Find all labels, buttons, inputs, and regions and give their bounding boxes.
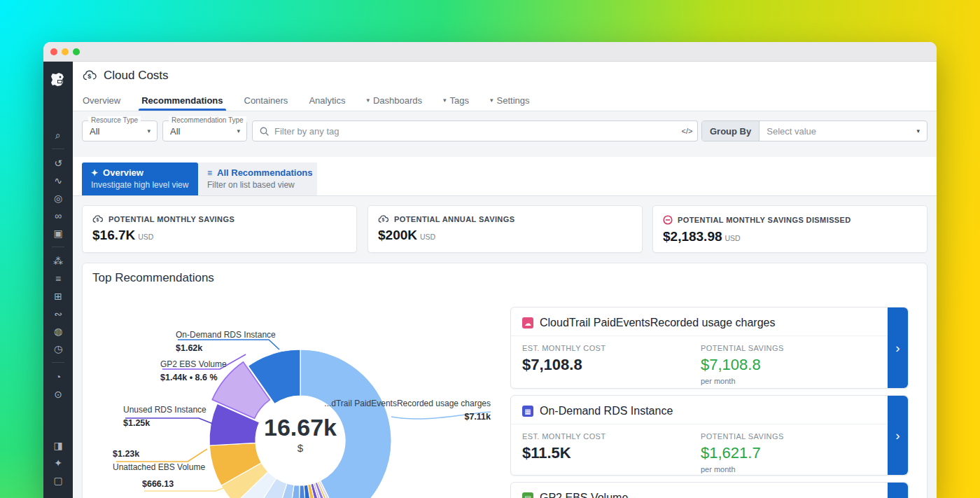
callout-gp2-ebs: GP2 EBS Volume $1.44k • 8.6 % — [160, 358, 227, 385]
tab-analytics[interactable]: Analytics — [309, 90, 345, 111]
metrics-icon[interactable]: ∿ — [43, 172, 73, 189]
logs-icon[interactable]: ≡ — [43, 270, 73, 287]
recommendation-type-value: All — [170, 126, 180, 137]
gauge-icon[interactable]: ◔ — [43, 368, 73, 385]
donut-slice[interactable] — [300, 350, 391, 498]
est-cost-label: EST. MONTHLY COST — [522, 432, 701, 441]
card-unit: USD — [420, 233, 435, 241]
integrations-icon[interactable]: ◨ — [43, 436, 73, 454]
cloud-dollar-icon: $ — [83, 70, 97, 81]
minimize-window-button[interactable] — [62, 48, 69, 55]
top-recommendations-panel: Top Recommendations 16.67k $ On-Demand R… — [82, 263, 927, 498]
callout-cloudtrail: ...dTrail PaidEventsRecorded usage charg… — [323, 397, 491, 424]
serverless-icon[interactable]: ◷ — [43, 340, 73, 357]
tag-filter-input[interactable] — [274, 126, 670, 137]
datadog-logo[interactable] — [43, 66, 73, 94]
page-title: Cloud Costs — [104, 69, 169, 83]
caret-down-icon: ▾ — [443, 97, 447, 104]
close-window-button[interactable] — [50, 48, 57, 55]
cloudtrail-icon: ☁ — [522, 317, 533, 328]
tab-overview[interactable]: Overview — [83, 90, 120, 111]
est-cost-value: $11.5K — [522, 444, 701, 462]
apm-icon[interactable]: ⁂ — [43, 252, 73, 270]
synthetics-icon[interactable]: ∾ — [43, 305, 73, 322]
caret-down-icon: ▾ — [916, 121, 927, 141]
callout-value: $1.23k — [113, 449, 139, 459]
search-icon[interactable]: ⌕ — [43, 126, 73, 144]
tab-dashboards[interactable]: ▾Dashboards — [366, 90, 422, 111]
est-cost-value: $7,108.8 — [522, 356, 701, 374]
callout-unattached-ebs: $1.23k Unattached EBS Volume — [113, 448, 205, 474]
investigate-icon[interactable]: ⊙ — [43, 385, 73, 403]
recommendation-type-select[interactable]: Recommendation Type All ▾ — [162, 120, 247, 141]
recommendation-card-gp2[interactable]: ▤ GP2 EBS Volume › — [510, 482, 909, 498]
card-potential-annual-savings: $ POTENTIAL ANNUAL SAVINGS $200KUSD — [368, 205, 643, 253]
recommendation-card-cloudtrail[interactable]: ☁ CloudTrail PaidEventsRecorded usage ch… — [510, 307, 909, 389]
app-window: ⌕ ↺ ∿ ◎ ∞ ▣ ⁂ ≡ ⊞ ∾ ◍ ◷ ◔ ⊙ ◨ ✦ ▢ — [43, 42, 937, 498]
sparkle-icon[interactable]: ✦ — [43, 454, 73, 471]
tab-containers[interactable]: Containers — [244, 90, 288, 111]
resource-type-select[interactable]: Resource Type All ▾ — [82, 120, 158, 141]
frames-icon[interactable]: ⊞ — [43, 287, 73, 305]
chevron-right-icon: › — [895, 428, 899, 443]
security-icon[interactable]: ◍ — [43, 322, 73, 340]
tab-settings[interactable]: ▾Settings — [490, 90, 530, 111]
divider — [73, 195, 937, 196]
sidebar-divider — [52, 247, 64, 247]
caret-down-icon: ▾ — [366, 97, 370, 104]
recommendation-title: On-Demand RDS Instance — [540, 405, 673, 417]
watchdog-icon[interactable]: ∞ — [43, 207, 73, 224]
infrastructure-icon[interactable]: ▣ — [43, 224, 73, 242]
open-recommendation-button[interactable]: › — [888, 396, 908, 475]
cloud-dollar-icon: $ — [92, 215, 104, 223]
chevron-right-icon: › — [895, 340, 899, 356]
nav-tabs: Overview Recommendations Containers Anal… — [73, 90, 937, 111]
card-label: POTENTIAL ANNUAL SAVINGS — [394, 215, 514, 223]
tab-tags[interactable]: ▾Tags — [443, 90, 469, 111]
sidebar: ⌕ ↺ ∿ ◎ ∞ ▣ ⁂ ≡ ⊞ ∾ ◍ ◷ ◔ ⊙ ◨ ✦ ▢ — [43, 62, 73, 498]
callout-unused-rds: Unused RDS Instance $1.25k — [123, 403, 206, 430]
recommendation-card-rds[interactable]: ▦ On-Demand RDS Instance EST. MONTHLY CO… — [510, 395, 909, 476]
open-recommendation-button[interactable]: › — [888, 483, 908, 498]
caret-down-icon: ▾ — [490, 97, 493, 104]
card-savings-dismissed: POTENTIAL MONTHLY SAVINGS DISMISSED $2,1… — [652, 205, 927, 253]
view-tab-subtitle: Filter on list based view — [207, 180, 317, 190]
card-potential-monthly-savings: $ POTENTIAL MONTHLY SAVINGS $16.7KUSD — [82, 205, 357, 253]
dashboards-icon[interactable]: ◎ — [43, 189, 73, 207]
view-tab-title: All Recommendations — [217, 167, 313, 178]
savings-period: per month — [701, 465, 897, 473]
card-value: $200K — [378, 228, 417, 242]
tab-recommendations[interactable]: Recommendations — [141, 90, 223, 111]
resource-type-value: All — [90, 126, 99, 137]
recommendation-title: CloudTrail PaidEventsRecorded usage char… — [540, 317, 775, 329]
potential-savings-value: $1,621.7 — [701, 444, 897, 462]
cloud-dollar-icon: $ — [378, 215, 389, 223]
view-tab-overview[interactable]: ✦Overview Investigate high level view — [82, 162, 198, 195]
card-label: POTENTIAL MONTHLY SAVINGS DISMISSED — [678, 216, 851, 224]
view-tab-all-recommendations[interactable]: ≡All Recommendations Filter on list base… — [198, 162, 317, 195]
more-icon[interactable]: ▢ — [43, 471, 73, 489]
est-cost-label: EST. MONTHLY COST — [522, 344, 701, 352]
app-header: $ Cloud Costs — [73, 62, 937, 90]
sparkle-icon: ✦ — [91, 168, 98, 178]
circle-minus-icon — [663, 215, 673, 225]
callout-value: $1.62k — [176, 343, 202, 353]
recommendation-type-label: Recommendation Type — [169, 116, 246, 124]
tag-filter-searchbox[interactable] — [252, 120, 678, 141]
caret-down-icon: ▾ — [147, 127, 150, 134]
group-by-control[interactable]: Group By Select value ▾ — [701, 120, 927, 141]
callout-666: $666.13 — [142, 478, 174, 491]
sidebar-divider — [52, 362, 64, 363]
sidebar-divider — [52, 148, 64, 149]
main-area: $ Cloud Costs Overview Recommendations C… — [73, 62, 937, 498]
open-recommendation-button[interactable]: › — [888, 307, 908, 388]
code-filter-button[interactable]: </> — [677, 120, 698, 141]
card-unit: USD — [138, 233, 153, 241]
potential-savings-label: POTENTIAL SAVINGS — [701, 432, 897, 441]
screen: { "theme": { "accent_blue": "#1766c9", "… — [0, 0, 980, 498]
history-icon[interactable]: ↺ — [43, 154, 73, 172]
card-label: POTENTIAL MONTHLY SAVINGS — [108, 215, 234, 223]
callout-name: GP2 EBS Volume — [160, 358, 227, 371]
window-titlebar — [43, 42, 937, 62]
zoom-window-button[interactable] — [73, 48, 80, 55]
